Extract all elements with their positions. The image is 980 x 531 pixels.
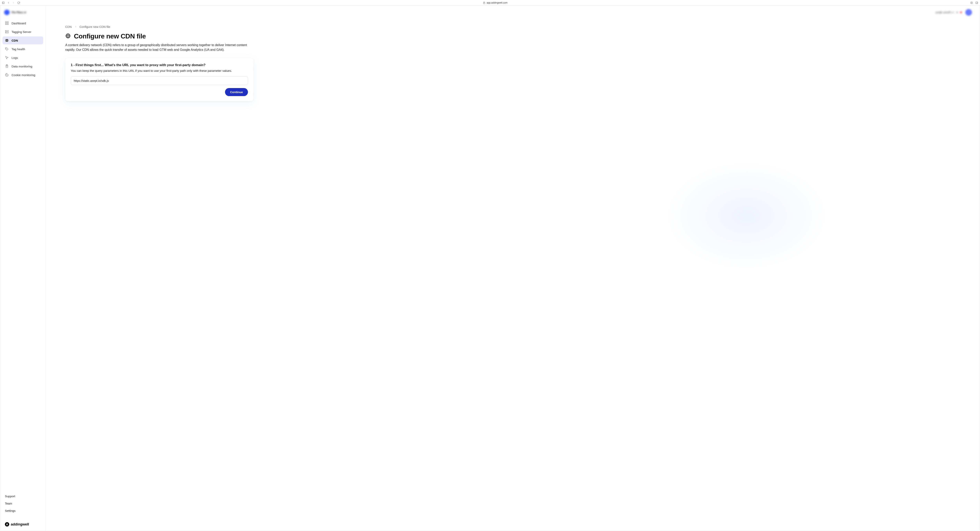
brand-mark-icon: A xyxy=(5,522,9,526)
svg-point-18 xyxy=(6,48,6,48)
server-icon xyxy=(5,30,9,34)
url-text: app.addingwell.com xyxy=(487,2,508,4)
sidebar-item-label: Data monitoring xyxy=(11,65,32,68)
sidebar-item-dashboard[interactable]: Dashboard xyxy=(3,19,43,27)
breadcrumb-current: Configure new CDN file xyxy=(80,25,110,29)
svg-rect-9 xyxy=(5,24,7,25)
chevron-right-icon xyxy=(75,25,77,29)
sidebar-item-label: Cookie monitoring xyxy=(11,73,35,77)
account-menu[interactable]: uzxjik umxrft v i ▾ xyxy=(935,11,962,14)
step1-title: 1 - First things first... What's the URL… xyxy=(71,63,248,67)
sidebar-link-team[interactable]: Team xyxy=(5,500,41,507)
svg-rect-2 xyxy=(483,3,485,4)
workspace-name: Flo Fbcu vr xyxy=(11,11,26,14)
tabs-icon[interactable] xyxy=(975,2,978,4)
sidebar-item-data-monitoring[interactable]: Data monitoring xyxy=(3,62,43,70)
address-bar[interactable]: app.addingwell.com xyxy=(22,2,968,4)
user-avatar[interactable] xyxy=(965,9,972,16)
account-name: uzxjik umxrft v i xyxy=(935,11,954,14)
notification-dot-icon xyxy=(960,11,962,13)
svg-rect-12 xyxy=(5,32,8,33)
page-title: Configure new CDN file xyxy=(74,32,146,40)
back-icon[interactable] xyxy=(7,2,10,4)
forward-icon[interactable] xyxy=(12,2,15,4)
sidebar-item-label: Tagging Server xyxy=(11,30,31,33)
brand-logo: A addingwell xyxy=(0,518,46,531)
sidebar-item-cdn[interactable]: CDN xyxy=(3,37,43,44)
sidebar-item-label: Tag health xyxy=(11,48,25,51)
sidebar-nav: Dashboard Tagging Server CDN Tag health xyxy=(0,19,46,493)
sidebar-link-support[interactable]: Support xyxy=(5,493,41,500)
dashboard-icon xyxy=(5,21,9,25)
tag-icon xyxy=(5,47,9,51)
svg-rect-0 xyxy=(2,2,5,3)
workspace-switcher[interactable]: Flo Fbcu vr xyxy=(0,5,46,19)
brand-text: addingwell xyxy=(11,522,29,526)
lock-icon xyxy=(483,2,485,4)
svg-rect-5 xyxy=(976,2,978,3)
sidebar-item-tagging-server[interactable]: Tagging Server xyxy=(3,28,43,36)
cookie-icon xyxy=(5,73,9,77)
svg-rect-11 xyxy=(5,30,8,31)
globe-icon xyxy=(5,38,9,42)
main-content: uzxjik umxrft v i ▾ CDN Configure new CD… xyxy=(46,5,980,531)
sidebar-item-label: Dashboard xyxy=(11,22,26,25)
breadcrumb: CDN Configure new CDN file xyxy=(65,25,253,29)
workspace-avatar xyxy=(4,10,10,15)
topbar: uzxjik umxrft v i ▾ xyxy=(46,5,980,19)
step1-card: 1 - First things first... What's the URL… xyxy=(65,58,253,101)
globe-icon xyxy=(65,33,71,39)
proxy-url-input[interactable] xyxy=(71,77,248,85)
cursor-icon xyxy=(5,56,9,60)
page-description: A content delivery network (CDN) refers … xyxy=(65,43,253,52)
continue-button[interactable]: Continue xyxy=(225,88,248,96)
step1-description: You can keep the query parameters in thi… xyxy=(71,69,248,73)
sidebar-item-label: CDN xyxy=(11,39,18,42)
chevron-down-icon: ▾ xyxy=(956,11,958,14)
sidebar-link-settings[interactable]: Settings xyxy=(5,507,41,514)
sidebar-item-logs[interactable]: Logs xyxy=(3,54,43,62)
reload-icon[interactable] xyxy=(17,2,20,4)
clipboard-icon xyxy=(5,64,9,68)
svg-rect-10 xyxy=(7,24,8,25)
sidebar-item-cookie-monitoring[interactable]: Cookie monitoring xyxy=(3,71,43,79)
svg-rect-7 xyxy=(5,22,7,23)
sidebar-item-label: Logs xyxy=(11,56,18,59)
share-icon[interactable] xyxy=(970,2,973,4)
sidebar-bottom-links: Support Team Settings xyxy=(0,493,46,518)
sidebar: Flo Fbcu vr Dashboard Tagging Server xyxy=(0,5,46,531)
sidebar-toggle-icon[interactable] xyxy=(2,2,5,4)
browser-chrome: app.addingwell.com xyxy=(0,0,980,5)
sidebar-item-tag-health[interactable]: Tag health xyxy=(3,45,43,53)
breadcrumb-root[interactable]: CDN xyxy=(65,25,72,29)
svg-rect-8 xyxy=(7,22,8,23)
